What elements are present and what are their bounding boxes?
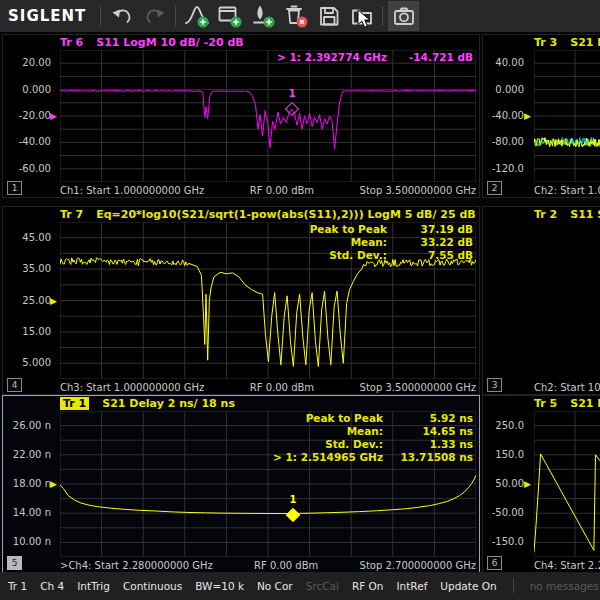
save-icon — [317, 4, 341, 28]
status-update[interactable]: Update On — [440, 580, 496, 592]
trace-window-3[interactable]: Tr 2S11 Smit 3 Ch2: Start 100 — [482, 206, 600, 395]
trace-format[interactable]: S11 Smit — [570, 208, 600, 221]
window-number[interactable]: 2 — [487, 181, 502, 195]
delete-button[interactable] — [280, 1, 311, 31]
add-trace-icon — [184, 3, 210, 29]
plot-area[interactable]: ▶ Peak to Peak5.92 ns Mean:14.65 ns Std.… — [60, 411, 476, 557]
toolbar-separator — [100, 6, 101, 26]
y-axis-labels: 20.00 0.000 -20.00 -40.00 -60.00 — [3, 50, 56, 182]
trace-window-5[interactable]: Tr 1S21 Delay 2 ns/ 18 ns 26.00 n 22.00 … — [2, 395, 480, 573]
stat-label: Mean: — [310, 236, 387, 248]
trace-window-4[interactable]: Tr 7Eq=20*log10(S21/sqrt(1-pow(abs(S11),… — [2, 206, 480, 395]
trace-format[interactable]: S21 Log — [570, 36, 600, 49]
status-trigger[interactable]: IntTrig — [77, 580, 110, 592]
toolbar: SIGLENT — [0, 0, 600, 32]
stimulus-footer: Ch1: Start 1.000000000 GHz RF 0.00 dBm S… — [60, 185, 476, 196]
y-label: 0.000 — [2, 84, 51, 96]
window-number[interactable]: 6 — [487, 556, 502, 570]
trace-format[interactable]: S11 LogM 10 dB/ -20 dB — [96, 36, 243, 49]
trace-label[interactable]: Tr 3 — [534, 36, 557, 49]
ref-level-marker-icon: ▶ — [524, 477, 531, 491]
redo-button[interactable] — [139, 1, 170, 31]
trace-format[interactable]: Eq=20*log10(S21/sqrt(1-pow(abs(S11),2)))… — [96, 208, 476, 221]
channel-start: Ch2: Start 1.0 — [534, 185, 600, 196]
marker-freq: > 1: 2.514965 GHz — [273, 451, 383, 463]
trace-label[interactable]: Tr 2 — [534, 208, 557, 221]
stat-value: 1.33 ns — [393, 438, 473, 450]
undo-button[interactable] — [106, 1, 137, 31]
window-number[interactable]: 3 — [487, 378, 502, 392]
marker-freq: > 1: 2.392774 GHz — [277, 51, 387, 63]
y-label: 250.0 — [482, 420, 524, 432]
channel-start: Ch4: Start 2.2 — [534, 560, 600, 571]
y-label: 45.00 — [2, 232, 51, 244]
status-ref[interactable]: IntRef — [397, 580, 428, 592]
y-label: 20.00 — [2, 57, 51, 69]
trace-window-6[interactable]: Tr 5S21 Pha 250.0 150.0 50.00 -50.00 -15… — [482, 395, 600, 573]
window-number-active[interactable]: 5 — [7, 556, 22, 570]
add-trace-button[interactable] — [181, 1, 212, 31]
status-srccal[interactable]: SrcCal — [306, 580, 339, 592]
stat-value: 33.22 dB — [397, 236, 473, 248]
rf-power: RF 0.00 dBm — [250, 185, 314, 196]
stimulus-footer: Ch2: Start 100 — [534, 382, 600, 393]
trace-window-1[interactable]: Tr 6S11 LogM 10 dB/ -20 dB 20.00 0.000 -… — [2, 34, 480, 198]
trace-label-active[interactable]: Tr 1 — [60, 397, 89, 410]
ref-level-marker-icon: ▶ — [50, 477, 57, 491]
window-number[interactable]: 4 — [7, 378, 22, 392]
siglent-logo: SIGLENT — [0, 7, 96, 25]
window-title: Tr 6S11 LogM 10 dB/ -20 dB — [60, 36, 244, 50]
redo-icon — [143, 4, 167, 28]
window-number[interactable]: 1 — [7, 181, 22, 195]
status-sweep[interactable]: Continuous — [123, 580, 182, 592]
marker-value: -14.721 dB — [409, 51, 473, 63]
trace-label[interactable]: Tr 5 — [534, 397, 557, 410]
y-label: 22.00 n — [2, 449, 51, 461]
stimulus-footer: Ch2: Start 1.0 — [534, 185, 600, 196]
plot-area[interactable]: ▶ — [534, 50, 600, 182]
window-title: Tr 5S21 Pha — [534, 397, 600, 411]
y-label: -80.00 — [482, 136, 524, 148]
channel-start: Ch1: Start 1.000000000 GHz — [60, 185, 204, 196]
trace-label[interactable]: Tr 7 — [60, 208, 83, 221]
y-label: 15.00 — [2, 326, 51, 338]
stat-label: Std. Dev.: — [273, 438, 383, 450]
plot-area[interactable]: ▶ > 1: 2.392774 GHz -14.721 dB 1 — [60, 50, 476, 182]
plot-area[interactable]: ▶ — [534, 411, 600, 557]
stat-label: Mean: — [273, 425, 383, 437]
mouse-cursor — [357, 9, 372, 29]
y-label: 50.00 — [482, 478, 524, 490]
stat-value: 5.92 ns — [393, 412, 473, 424]
y-axis-labels: 45.00 35.00 25.00 15.00 5.000 — [3, 222, 56, 379]
add-window-button[interactable] — [214, 1, 245, 31]
status-bandwidth[interactable]: BW=10 k — [195, 580, 244, 592]
window-title: Tr 1S21 Delay 2 ns/ 18 ns — [60, 397, 235, 411]
toolbar-separator — [175, 6, 176, 26]
trace-label[interactable]: Tr 6 — [60, 36, 83, 49]
status-channel[interactable]: Ch 4 — [40, 580, 64, 592]
trace-statistics: Peak to Peak5.92 ns Mean:14.65 ns Std. D… — [273, 412, 473, 463]
stat-label: Peak to Peak — [273, 412, 383, 424]
channel-stop: Stop 3.500000000 GHz — [360, 185, 476, 196]
trace-statistics: Peak to Peak37.19 dB Mean:33.22 dB Std. … — [310, 223, 473, 261]
save-button[interactable] — [313, 1, 344, 31]
window-title: Tr 7Eq=20*log10(S21/sqrt(1-pow(abs(S11),… — [60, 208, 476, 222]
status-rf[interactable]: RF On — [352, 580, 384, 592]
stimulus-footer: >Ch4: Start 2.280000000 GHz RF 0.00 dBm … — [60, 560, 476, 571]
toolbar-separator — [382, 6, 383, 26]
plot-area[interactable]: ▶ Peak to Peak37.19 dB Mean:33.22 dB Std… — [60, 222, 476, 379]
trace-format[interactable]: S21 Pha — [570, 397, 600, 410]
marker-number-label: 1 — [289, 88, 296, 99]
trace-window-2[interactable]: Tr 3S21 Log 40.00 0.000 -40.00 -80.00 -1… — [482, 34, 600, 198]
y-label: -40.00 — [482, 110, 524, 122]
marker-number-label: 1 — [290, 494, 297, 505]
camera-icon — [392, 4, 416, 28]
status-correction[interactable]: No Cor — [257, 580, 293, 592]
marker-readout: > 1: 2.392774 GHz -14.721 dB — [277, 51, 473, 63]
add-marker-button[interactable] — [247, 1, 278, 31]
status-trace[interactable]: Tr 1 — [8, 580, 27, 592]
plot-grid-and-trace — [534, 50, 600, 182]
stat-value: 37.19 dB — [397, 223, 473, 235]
trace-format[interactable]: S21 Delay 2 ns/ 18 ns — [102, 397, 235, 410]
screenshot-button[interactable] — [388, 1, 419, 31]
